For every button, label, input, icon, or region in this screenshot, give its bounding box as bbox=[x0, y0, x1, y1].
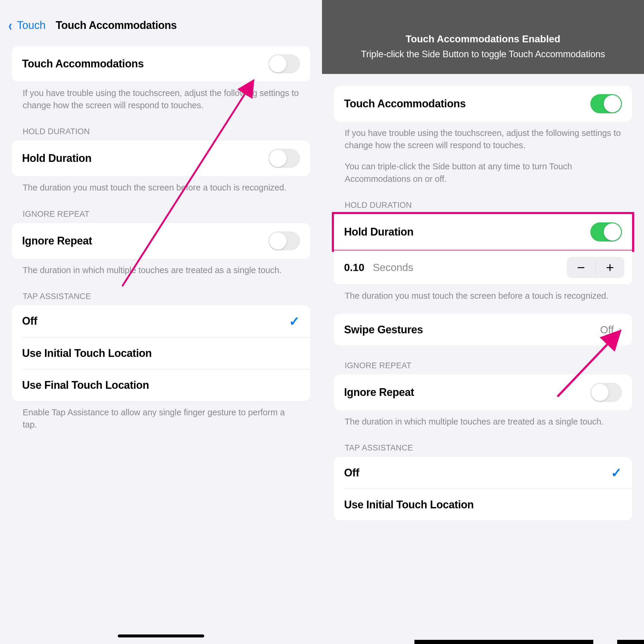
touch-accommodations-row[interactable]: Touch Accommodations bbox=[334, 86, 632, 122]
home-indicator[interactable] bbox=[118, 634, 204, 637]
chevron-right-icon: › bbox=[619, 323, 621, 336]
tap-initial-label: Use Initial Touch Location bbox=[22, 347, 152, 360]
hold-duration-stepper-card: 0.10 Seconds − + bbox=[334, 250, 632, 284]
ignore-repeat-toggle[interactable] bbox=[268, 231, 300, 250]
ignore-repeat-label: Ignore Repeat bbox=[344, 386, 414, 399]
nav-bar: ‹ Touch Touch Accommodations bbox=[0, 0, 322, 46]
stepper-plus-button[interactable]: + bbox=[596, 257, 624, 278]
ignore-repeat-row[interactable]: Ignore Repeat bbox=[334, 374, 632, 410]
tap-assistance-footer: Enable Tap Assistance to allow any singl… bbox=[12, 401, 310, 431]
swipe-gestures-card: Swipe Gestures Off › bbox=[334, 314, 632, 346]
hold-duration-value: 0.10 bbox=[344, 261, 364, 273]
stepper-minus-button[interactable]: − bbox=[567, 257, 595, 278]
swipe-gestures-label: Swipe Gestures bbox=[344, 323, 423, 336]
ignore-repeat-card: Ignore Repeat bbox=[334, 374, 632, 410]
hold-duration-header: HOLD DURATION bbox=[334, 185, 632, 214]
ignore-repeat-label: Ignore Repeat bbox=[22, 235, 92, 247]
hold-duration-row[interactable]: Hold Duration bbox=[12, 140, 310, 176]
swipe-gestures-row[interactable]: Swipe Gestures Off › bbox=[334, 314, 632, 346]
back-chevron-icon[interactable]: ‹ bbox=[8, 17, 12, 34]
right-screenshot: Touch Accommodations Enabled Triple-clic… bbox=[322, 0, 644, 644]
banner-subtitle: Triple-click the Side Button to toggle T… bbox=[331, 49, 635, 60]
touch-accommodations-card: Touch Accommodations bbox=[334, 86, 632, 122]
stepper: − + bbox=[567, 257, 624, 278]
touch-accommodations-footer1: If you have trouble using the touchscree… bbox=[334, 122, 632, 151]
hold-duration-label: Hold Duration bbox=[22, 152, 92, 165]
tap-assistance-card: Off ✓ Use Initial Touch Location Use Fin… bbox=[12, 305, 310, 401]
hold-duration-header: HOLD DURATION bbox=[12, 112, 310, 140]
hold-duration-toggle[interactable] bbox=[590, 222, 622, 241]
hold-duration-card: Hold Duration bbox=[12, 140, 310, 176]
touch-accommodations-label: Touch Accommodations bbox=[22, 58, 144, 70]
tap-initial-row[interactable]: Use Initial Touch Location bbox=[12, 338, 310, 369]
hold-duration-stepper-row: 0.10 Seconds − + bbox=[334, 250, 632, 284]
banner-title: Touch Accommodations Enabled bbox=[331, 33, 635, 45]
highlight-annotation: Hold Duration bbox=[332, 212, 634, 252]
overlay-banner: Touch Accommodations Enabled Triple-clic… bbox=[322, 0, 644, 74]
tap-assistance-header: TAP ASSISTANCE bbox=[12, 276, 310, 305]
tap-final-label: Use Final Touch Location bbox=[22, 379, 149, 391]
hold-duration-label: Hold Duration bbox=[344, 226, 414, 238]
tap-assistance-card: Off ✓ Use Initial Touch Location bbox=[334, 457, 632, 521]
page-title: Touch Accommodations bbox=[56, 19, 177, 32]
ignore-repeat-toggle[interactable] bbox=[590, 383, 622, 402]
tap-initial-row[interactable]: Use Initial Touch Location bbox=[334, 489, 632, 521]
touch-accommodations-footer2: You can triple-click the Side button at … bbox=[334, 151, 632, 185]
tap-assistance-header: TAP ASSISTANCE bbox=[334, 428, 632, 457]
checkmark-icon: ✓ bbox=[289, 314, 300, 329]
ignore-repeat-footer: The duration in which multiple touches a… bbox=[12, 259, 310, 276]
touch-accommodations-card: Touch Accommodations bbox=[12, 46, 310, 82]
touch-accommodations-row[interactable]: Touch Accommodations bbox=[12, 46, 310, 82]
touch-accommodations-toggle[interactable] bbox=[268, 54, 300, 73]
swipe-gestures-value: Off bbox=[600, 324, 614, 336]
left-screenshot: ‹ Touch Touch Accommodations Touch Accom… bbox=[0, 0, 322, 644]
ignore-repeat-header: IGNORE REPEAT bbox=[12, 194, 310, 223]
checkmark-icon: ✓ bbox=[611, 465, 622, 480]
ignore-repeat-header: IGNORE REPEAT bbox=[334, 346, 632, 374]
ignore-repeat-row[interactable]: Ignore Repeat bbox=[12, 223, 310, 259]
hold-duration-unit: Seconds bbox=[373, 261, 558, 273]
nav-back-label[interactable]: Touch bbox=[17, 19, 46, 32]
ignore-repeat-card: Ignore Repeat bbox=[12, 223, 310, 259]
hold-duration-card: Hold Duration bbox=[334, 214, 632, 250]
touch-accommodations-footer: If you have trouble using the touchscree… bbox=[12, 82, 310, 112]
hold-duration-toggle[interactable] bbox=[268, 149, 300, 168]
bottom-black-bar bbox=[414, 640, 593, 644]
bottom-black-bar bbox=[617, 640, 644, 644]
tap-off-label: Off bbox=[344, 467, 359, 479]
hold-duration-footer: The duration you must touch the screen b… bbox=[334, 284, 632, 302]
touch-accommodations-label: Touch Accommodations bbox=[344, 97, 466, 110]
ignore-repeat-footer: The duration in which multiple touches a… bbox=[334, 410, 632, 428]
hold-duration-row[interactable]: Hold Duration bbox=[334, 214, 632, 250]
tap-off-row[interactable]: Off ✓ bbox=[334, 457, 632, 489]
hold-duration-footer: The duration you must touch the screen b… bbox=[12, 176, 310, 194]
tap-off-row[interactable]: Off ✓ bbox=[12, 305, 310, 337]
tap-final-row[interactable]: Use Final Touch Location bbox=[12, 369, 310, 401]
tap-off-label: Off bbox=[22, 315, 37, 327]
tap-initial-label: Use Initial Touch Location bbox=[344, 499, 474, 511]
touch-accommodations-toggle[interactable] bbox=[590, 94, 622, 113]
